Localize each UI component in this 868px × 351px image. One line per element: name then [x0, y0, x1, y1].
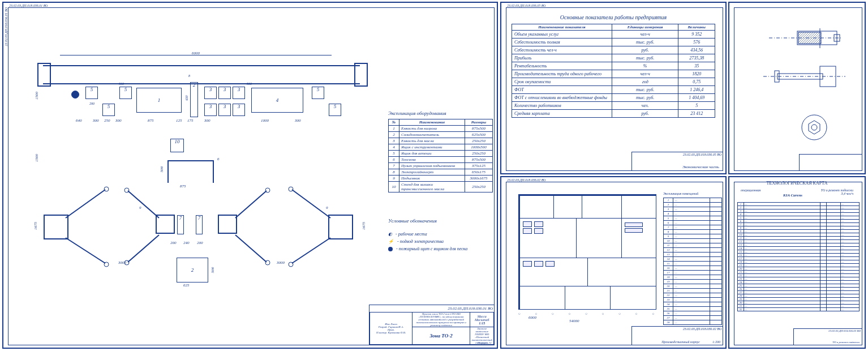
sheet-techcard: ТЕХНОЛОГИЧЕСКАЯ КАРТА операционная ТО и … [728, 176, 866, 349]
equip-title: Экспликация оборудования [388, 110, 446, 116]
svg-point-18 [289, 187, 293, 191]
svg-line-5 [128, 235, 159, 262]
room-table: 1—2—3—4—5—6—7—8—9—10—11—12—13—14—15—16—1… [663, 198, 722, 325]
svg-marker-30 [809, 121, 820, 134]
svg-point-6 [104, 187, 109, 191]
svg-point-8 [124, 188, 129, 192]
equipment-table: №НаименованиеРазмеры 1Емкость для нигрол… [388, 119, 493, 192]
svg-line-4 [128, 191, 159, 218]
legend-title: Условные обозначения [388, 218, 437, 224]
techcard-table: 1——2——3——4——5——6——7——8——9——10——11——12——1… [737, 202, 860, 311]
legend: ◐- рабочие места ⚡- подвод электричества… [388, 229, 490, 254]
svg-line-15 [292, 238, 330, 263]
vert-code: 23.02.03.ДП.018.036.01 ВО [5, 7, 8, 46]
box-5a: 5 [85, 87, 98, 99]
svg-line-2 [66, 190, 105, 218]
svg-rect-0 [44, 215, 68, 239]
svg-point-29 [802, 115, 827, 140]
sheet-tech-draw [728, 2, 866, 174]
svg-line-12 [235, 191, 267, 218]
parts-drawing [746, 20, 854, 150]
svg-line-14 [292, 190, 330, 218]
lift-left [43, 184, 190, 269]
techcard-title: ТЕХНОЛОГИЧЕСКАЯ КАРТА [729, 181, 865, 186]
svg-rect-11 [329, 215, 353, 239]
workplace-icon: ◐ [388, 232, 392, 237]
building-outline [518, 194, 656, 310]
svg-point-31 [811, 125, 817, 130]
sheet-econ: 23.02.03.ДП.018.036.05 ВО Основные показ… [500, 2, 727, 174]
svg-point-16 [265, 188, 270, 192]
sheet-code: 23.02.03.ДП.018.036.01 ВО [9, 4, 48, 7]
lift-right [207, 184, 354, 269]
sheet-main: 23.02.03.ДП.018.036.01 ВО 23.02.03.ДП.01… [2, 2, 498, 349]
svg-line-3 [66, 238, 105, 263]
svg-rect-10 [218, 215, 237, 233]
electricity-icon: ⚡ [388, 239, 394, 244]
svg-line-13 [235, 235, 267, 262]
sheet-plan: 23.02.03.ДП.018.036.02 ВО ○○○○○○○○○ 5400… [500, 176, 727, 349]
fire-icon [388, 247, 393, 251]
